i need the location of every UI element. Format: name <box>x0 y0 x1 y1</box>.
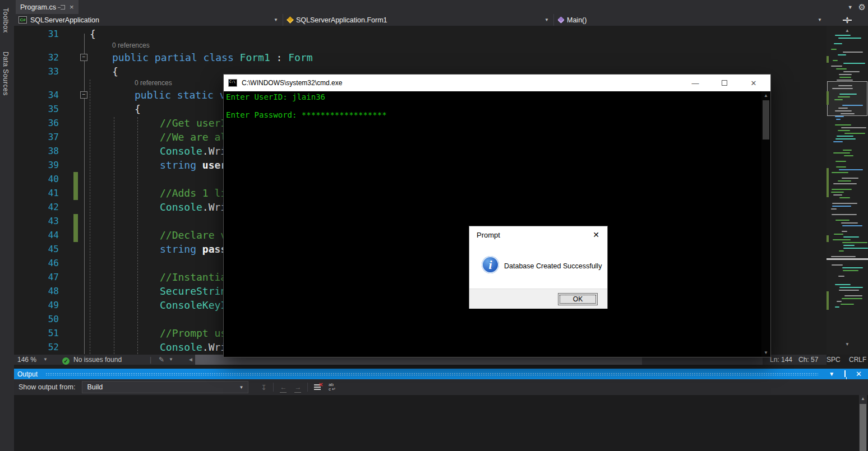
minimap-change-bar <box>827 56 829 63</box>
chevron-down-icon: ▼ <box>818 17 822 22</box>
line-number: 49 <box>14 298 59 312</box>
csharp-project-icon: C# <box>19 16 27 24</box>
line-number: 51 <box>14 326 59 340</box>
output-scrollbar[interactable]: ▲ <box>859 395 867 451</box>
sidebar-tab-toolbox[interactable]: Toolbox <box>2 8 10 33</box>
code-text: { <box>112 64 118 78</box>
collapse-region-icon[interactable]: − <box>80 91 87 99</box>
line-number: 37 <box>14 130 59 144</box>
line-number: 32 <box>14 50 59 64</box>
close-icon[interactable]: × <box>70 3 74 11</box>
status-line-number[interactable]: Ln: 144 <box>770 355 792 365</box>
collapse-region-icon[interactable]: − <box>80 54 87 61</box>
dialog-footer: OK <box>469 289 607 309</box>
output-scrollbar-thumb[interactable] <box>860 404 866 451</box>
console-scrollbar-thumb[interactable] <box>763 100 769 140</box>
line-number: 40 <box>14 172 59 186</box>
code-cleanup-icon[interactable]: ✎ <box>159 355 164 365</box>
scroll-down-icon[interactable]: ▼ <box>827 342 868 347</box>
change-tracking-bar <box>73 214 78 228</box>
close-button[interactable]: ✕ <box>585 226 607 243</box>
status-divider: | <box>150 355 151 365</box>
code-text: //Adds 1 li <box>160 186 227 200</box>
line-number: 47 <box>14 270 59 284</box>
prompt-dialog[interactable]: Prompt ✕ i Database Created Successfully… <box>469 226 608 309</box>
code-text: SecureStrin <box>160 284 227 298</box>
minimap-scrollbar[interactable]: ▲ ▼ <box>827 26 868 355</box>
gear-icon[interactable]: ⚙ <box>858 2 866 12</box>
code-text: string pass <box>160 242 227 256</box>
project-dropdown[interactable]: C# SQLServerApplication ▼ <box>14 14 283 26</box>
editor-split-handle[interactable]: ▲▼ <box>827 14 868 26</box>
minimap-viewport[interactable] <box>827 81 867 116</box>
dialog-title-bar[interactable]: Prompt ✕ <box>469 226 607 243</box>
change-tracking-bar <box>73 228 78 242</box>
scroll-up-icon[interactable]: ▲ <box>827 28 868 33</box>
code-text: Console.Wri <box>160 340 227 354</box>
line-number: 31 <box>14 27 59 41</box>
line-number: 34 <box>14 88 59 102</box>
code-text: Console.Wri <box>160 144 227 158</box>
minimap-change-bar <box>827 91 829 105</box>
dialog-message: Database Created Successfully <box>504 243 602 289</box>
zoom-level-dropdown[interactable]: 146 % <box>17 355 36 365</box>
cmd-title-bar[interactable]: C:\ C:\WINDOWS\system32\cmd.exe — ✕ <box>224 75 770 91</box>
ok-button[interactable]: OK <box>558 293 598 305</box>
toggle-word-wrap-icon[interactable]: abc ↵ <box>325 381 339 393</box>
scroll-down-icon[interactable]: ▼ <box>761 350 770 355</box>
output-panel-title: Output <box>17 370 38 378</box>
code-text: ConsoleKeyI <box>160 298 227 312</box>
method-icon <box>557 16 565 24</box>
code-text: //Instantia <box>160 270 227 284</box>
next-message-icon[interactable]: → <box>290 381 305 393</box>
scroll-up-icon[interactable]: ▲ <box>761 93 770 98</box>
line-number: 33 <box>14 64 59 78</box>
show-output-from-label: Show output from: <box>19 383 75 391</box>
member-dropdown[interactable]: Main() ▼ <box>554 14 827 26</box>
line-number: 39 <box>14 158 59 172</box>
code-text: public partial class Form1 : Form <box>112 50 313 64</box>
pin-icon[interactable] <box>61 5 65 10</box>
issues-status[interactable]: No issues found <box>73 355 122 365</box>
previous-message-icon[interactable]: ← <box>276 381 290 393</box>
maximize-icon <box>722 80 727 86</box>
minimap-change-bar <box>827 235 829 242</box>
pin-icon[interactable] <box>842 371 848 377</box>
codelens-references-label[interactable]: 0 references <box>112 41 150 50</box>
scroll-left-icon[interactable]: ◄ <box>188 355 193 365</box>
status-column[interactable]: Ch: 57 <box>798 355 818 365</box>
type-dropdown[interactable]: SQLServerApplication.Form1 ▼ <box>283 14 554 26</box>
window-position-chevron-icon[interactable]: ▼ <box>826 371 837 377</box>
close-icon[interactable]: ✕ <box>853 370 865 378</box>
chevron-down-icon: ▼ <box>544 17 549 22</box>
console-scrollbar[interactable]: ▲ ▼ <box>761 91 770 357</box>
status-eol-mode[interactable]: CRLF <box>849 355 866 365</box>
codelens-references-label[interactable]: 0 references <box>135 78 172 88</box>
output-source-dropdown[interactable]: Build ▼ <box>82 381 248 393</box>
code-text: public static v <box>135 88 226 102</box>
output-source-value: Build <box>87 383 103 391</box>
line-number: 35 <box>14 102 59 116</box>
code-row: 31{ <box>14 27 827 41</box>
tab-program-cs[interactable]: Program.cs × <box>16 0 79 14</box>
cmd-window[interactable]: C:\ C:\WINDOWS\system32\cmd.exe — ✕ Ente… <box>223 74 771 357</box>
code-text: string user <box>160 158 227 172</box>
chevron-down-icon: ▼ <box>274 17 278 22</box>
minimize-button[interactable]: — <box>683 75 708 91</box>
sidebar-tab-data-sources[interactable]: Data Sources <box>2 52 10 96</box>
chevron-down-icon[interactable]: ▼ <box>169 355 173 365</box>
status-spaces-mode[interactable]: SPC <box>827 355 841 365</box>
output-panel-title-bar[interactable]: Output ▼ ✕ <box>14 369 868 379</box>
code-text: Console.Wri <box>160 200 227 214</box>
info-icon: i <box>482 256 499 273</box>
clear-all-icon[interactable]: ✕ <box>310 381 325 393</box>
class-icon <box>287 16 294 24</box>
output-content[interactable] <box>14 395 868 451</box>
find-message-in-code-icon[interactable]: ↧ <box>256 381 271 393</box>
close-button[interactable]: ✕ <box>741 75 766 91</box>
chevron-down-icon[interactable]: ▼ <box>43 355 48 365</box>
maximize-button[interactable] <box>712 75 737 91</box>
toolbar-overflow-chevron-icon[interactable]: ▼ <box>848 4 853 10</box>
scroll-up-icon[interactable]: ▲ <box>859 396 867 401</box>
minimap-divider <box>827 258 868 260</box>
